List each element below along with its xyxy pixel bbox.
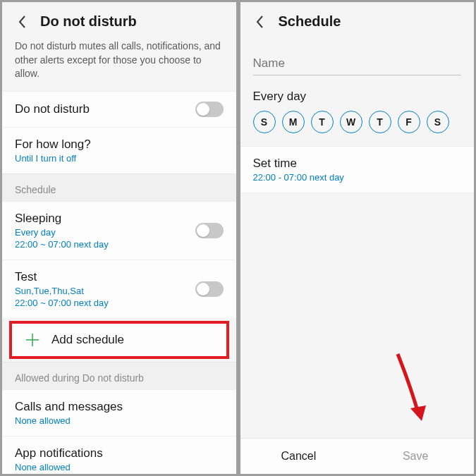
day-thu[interactable]: T	[369, 111, 391, 133]
schedule-days: Sun,Tue,Thu,Sat	[15, 286, 109, 296]
day-mon[interactable]: M	[282, 111, 305, 133]
name-input[interactable]	[253, 52, 462, 75]
howlong-label: For how long?	[15, 138, 91, 152]
schedule-toggle[interactable]	[195, 281, 224, 297]
schedule-section-header: Schedule	[2, 173, 236, 201]
dnd-settings-screen: Do not disturb Do not disturb mutes all …	[0, 0, 238, 476]
schedule-row-sleeping[interactable]: Sleeping Every day 22:00 ~ 07:00 next da…	[2, 201, 236, 260]
day-fri[interactable]: F	[398, 111, 420, 133]
dnd-toggle-row[interactable]: Do not disturb	[2, 91, 236, 127]
add-schedule-label: Add schedule	[51, 333, 124, 347]
header: Do not disturb	[2, 2, 236, 39]
header: Schedule	[240, 2, 475, 39]
schedule-edit-screen: Schedule Every day S M T W T F S Set tim…	[238, 0, 477, 476]
day-wed[interactable]: W	[340, 111, 362, 133]
howlong-value: Until I turn it off	[15, 153, 91, 164]
plus-icon	[25, 332, 40, 348]
app-row[interactable]: App notifications None allowed	[2, 436, 236, 476]
day-picker: S M T W T F S	[240, 111, 475, 146]
page-title: Do not disturb	[40, 13, 137, 30]
name-input-row	[240, 39, 475, 80]
page-title: Schedule	[279, 13, 341, 30]
chevron-left-icon	[256, 16, 264, 28]
allowed-section-header: Allowed during Do not disturb	[2, 362, 236, 389]
spacer	[240, 193, 475, 438]
save-button[interactable]: Save	[357, 439, 474, 474]
settime-value: 22:00 - 07:00 next day	[253, 172, 462, 183]
schedule-row-test[interactable]: Test Sun,Tue,Thu,Sat 22:00 ~ 07:00 next …	[2, 260, 236, 318]
day-tue[interactable]: T	[311, 111, 334, 133]
calls-row[interactable]: Calls and messages None allowed	[2, 389, 236, 436]
back-button[interactable]	[15, 15, 29, 29]
app-label: App notifications	[15, 446, 103, 460]
calls-value: None allowed	[15, 415, 123, 426]
schedule-name: Test	[15, 270, 109, 284]
schedule-time: 22:00 ~ 07:00 next day	[15, 239, 109, 250]
dnd-label: Do not disturb	[15, 102, 90, 116]
calls-label: Calls and messages	[15, 400, 123, 414]
schedule-time: 22:00 ~ 07:00 next day	[15, 298, 109, 308]
day-sun[interactable]: S	[253, 111, 276, 133]
settime-label: Set time	[253, 157, 462, 171]
settime-row[interactable]: Set time 22:00 - 07:00 next day	[240, 146, 475, 193]
page-description: Do not disturb mutes all calls, notifica…	[2, 39, 236, 91]
app-value: None allowed	[15, 462, 103, 472]
footer: Cancel Save	[240, 438, 475, 474]
dnd-toggle[interactable]	[195, 102, 224, 117]
howlong-row[interactable]: For how long? Until I turn it off	[2, 127, 236, 173]
annotation-arrow	[391, 350, 433, 431]
back-button[interactable]	[253, 15, 267, 29]
schedule-days: Every day	[15, 227, 109, 238]
day-sat[interactable]: S	[427, 111, 449, 133]
add-schedule-button[interactable]: Add schedule	[9, 321, 229, 359]
schedule-toggle[interactable]	[195, 223, 224, 238]
cancel-button[interactable]: Cancel	[240, 439, 358, 474]
everyday-label: Every day	[240, 80, 475, 111]
schedule-name: Sleeping	[15, 212, 109, 226]
chevron-left-icon	[18, 16, 26, 28]
